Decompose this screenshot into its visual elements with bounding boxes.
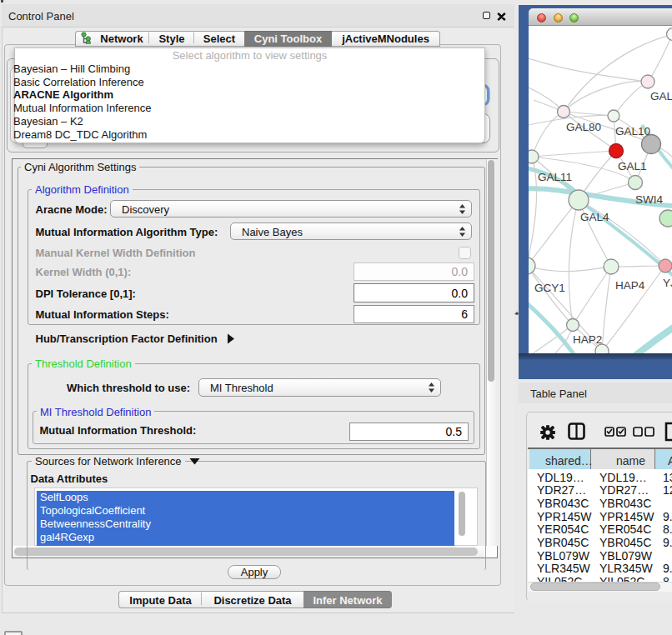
svg-text:SWI4: SWI4 <box>635 193 663 206</box>
svg-text:YJL: YJL <box>663 277 672 289</box>
svg-text:GAL10: GAL10 <box>615 125 650 138</box>
svg-text:HAP2: HAP2 <box>573 333 602 346</box>
svg-text:GAL11: GAL11 <box>538 171 572 183</box>
svg-text:GAL80: GAL80 <box>566 121 601 133</box>
svg-text:HAP4: HAP4 <box>615 279 645 292</box>
svg-text:GAL1: GAL1 <box>618 160 647 172</box>
svg-text:GAL4: GAL4 <box>580 211 609 223</box>
svg-text:GCY1: GCY1 <box>534 282 565 294</box>
svg-text:GAL7: GAL7 <box>650 90 672 102</box>
